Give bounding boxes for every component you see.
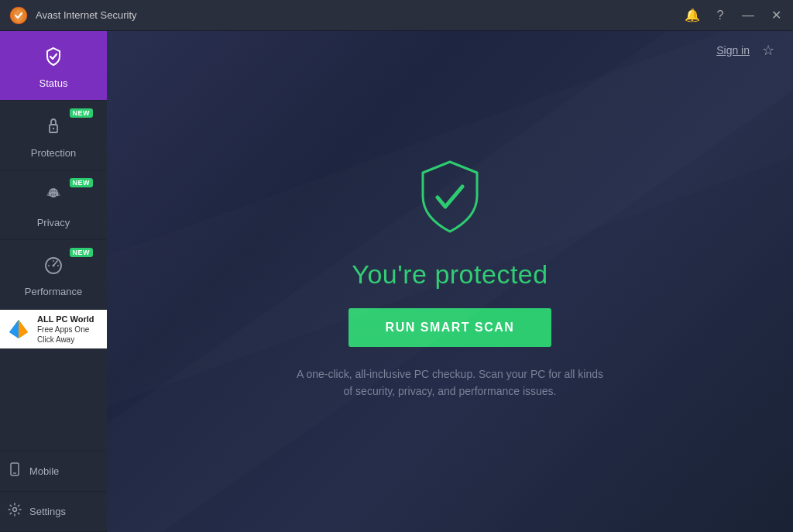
ad-title: ALL PC World xyxy=(37,314,94,324)
status-icon xyxy=(43,46,64,73)
privacy-new-badge: NEW xyxy=(70,178,94,187)
protected-heading: You're protected xyxy=(352,259,548,290)
run-scan-button[interactable]: RUN SMART SCAN xyxy=(348,308,552,347)
ad-text: ALL PC World Free Apps One Click Away xyxy=(37,314,101,345)
title-bar: Avast Internet Security 🔔 ? — ✕ xyxy=(0,0,793,31)
performance-label: Performance xyxy=(25,286,82,297)
sidebar-item-protection[interactable]: NEW Protection xyxy=(0,101,107,170)
app-title: Avast Internet Security xyxy=(36,9,685,21)
svg-point-18 xyxy=(13,508,17,512)
window-controls: 🔔 ? — ✕ xyxy=(685,8,784,22)
scan-description: A one-click, all-inclusive PC checkup. S… xyxy=(295,366,605,400)
svg-point-8 xyxy=(53,264,55,266)
sidebar-item-settings[interactable]: Settings xyxy=(0,492,107,532)
mobile-label: Mobile xyxy=(29,465,59,477)
privacy-icon xyxy=(43,185,64,212)
sidebar-item-status[interactable]: Status xyxy=(0,31,107,101)
sign-in-button[interactable]: Sign in xyxy=(716,44,750,57)
bell-button[interactable]: 🔔 xyxy=(685,8,700,22)
hero-area: You're protected RUN SMART SCAN A one-cl… xyxy=(107,70,793,532)
top-actions: Sign in ☆ xyxy=(107,31,793,70)
status-label: Status xyxy=(39,77,68,89)
protection-icon xyxy=(43,115,64,142)
svg-point-2 xyxy=(53,127,54,129)
shield-icon xyxy=(411,156,489,241)
sidebar-bottom: Mobile Settings xyxy=(0,451,107,532)
settings-label: Settings xyxy=(29,506,66,517)
privacy-label: Privacy xyxy=(37,217,70,228)
protection-new-badge: NEW xyxy=(70,108,94,118)
ad-subtitle: Free Apps One Click Away xyxy=(37,325,89,344)
main-layout: Status NEW Protection NEW xyxy=(0,31,793,532)
sidebar-item-performance[interactable]: NEW Performance xyxy=(0,240,107,310)
sidebar-item-mobile[interactable]: Mobile xyxy=(0,451,107,492)
mobile-icon xyxy=(8,462,22,480)
minimize-button[interactable]: — xyxy=(740,9,756,22)
ad-logo xyxy=(6,317,31,342)
close-button[interactable]: ✕ xyxy=(768,8,784,22)
app-logo xyxy=(9,6,28,25)
protection-label: Protection xyxy=(31,147,77,159)
settings-icon xyxy=(8,503,22,520)
favorite-button[interactable]: ☆ xyxy=(762,42,774,59)
main-content: Sign in ☆ You're protected RUN SMART SCA… xyxy=(107,31,793,532)
sidebar-item-privacy[interactable]: NEW Privacy xyxy=(0,170,107,240)
performance-new-badge: NEW xyxy=(70,248,94,257)
sidebar: Status NEW Protection NEW xyxy=(0,31,107,532)
shield-icon-wrap xyxy=(411,156,489,241)
help-button[interactable]: ? xyxy=(712,9,728,22)
ad-banner[interactable]: ALL PC World Free Apps One Click Away xyxy=(0,310,107,348)
performance-icon xyxy=(43,256,64,281)
